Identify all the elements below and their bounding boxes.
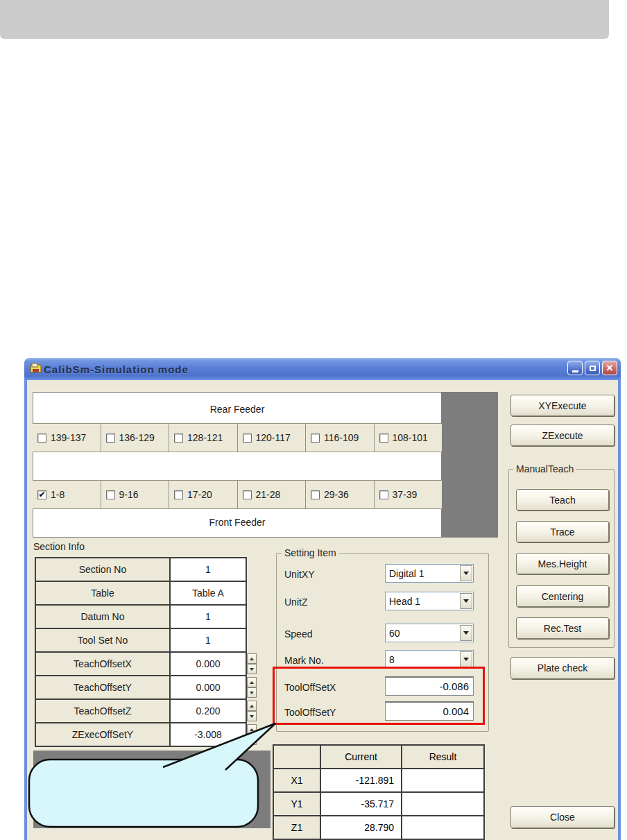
- chevron-down-icon[interactable]: [460, 625, 472, 641]
- table-row: TeachOffsetY 0.000: [36, 676, 246, 700]
- feeder-checkbox-21-28[interactable]: 21-28: [238, 481, 307, 508]
- table-row: Datum No 1: [36, 606, 246, 629]
- tool-offset-y-field[interactable]: 0.004: [385, 701, 474, 721]
- plate-check-button[interactable]: Plate check: [510, 657, 615, 679]
- checkbox-icon[interactable]: [174, 490, 183, 499]
- close-window-button[interactable]: ✕: [602, 361, 617, 375]
- checkbox-icon[interactable]: [379, 490, 388, 499]
- front-feeder-label: Front Feeder: [33, 517, 442, 528]
- table-row: Y1 -35.717: [274, 793, 483, 816]
- feeder-checkbox-1-8[interactable]: ✔ 1-8: [33, 481, 101, 508]
- table-header-row: Current Result: [274, 746, 483, 769]
- rear-feeder-checkbox-row: 139-137 136-129 128-121 120-117 116-109 …: [33, 423, 442, 452]
- mes-height-button[interactable]: Mes.Height: [516, 553, 609, 574]
- speed-label: Speed: [284, 628, 312, 640]
- corner-cell: [274, 746, 321, 768]
- checkbox-icon[interactable]: [311, 434, 320, 443]
- centering-button[interactable]: Centering: [516, 585, 609, 607]
- chevron-down-icon[interactable]: [460, 565, 472, 581]
- table-row: Z1 28.790: [274, 816, 483, 839]
- rear-feeder-label: Rear Feeder: [33, 404, 442, 415]
- maximize-button[interactable]: [585, 361, 600, 375]
- spin-down-icon[interactable]: [247, 664, 257, 674]
- spin-up-icon[interactable]: [247, 701, 257, 711]
- current-column-header: Current: [321, 746, 402, 768]
- dialog-titlebar[interactable]: CalibSm-Simulation mode: [24, 358, 621, 380]
- tool-offset-y-label: ToolOffSetY: [284, 707, 336, 718]
- close-button[interactable]: Close: [510, 806, 615, 828]
- mark-no-select[interactable]: 8: [385, 650, 474, 669]
- feeder-checkbox-136-129[interactable]: 136-129: [101, 424, 170, 452]
- checkbox-icon[interactable]: [37, 434, 46, 443]
- z-execute-button[interactable]: ZExecute: [510, 425, 615, 446]
- feeder-checkbox-9-16[interactable]: 9-16: [101, 481, 170, 508]
- xy-execute-button[interactable]: XYExecute: [510, 395, 615, 416]
- unitxy-select[interactable]: Digital 1: [385, 564, 474, 583]
- feeder-checkbox-116-109[interactable]: 116-109: [306, 424, 375, 452]
- page-header-bar: [0, 0, 609, 39]
- zexec-offset-y-spinner[interactable]: [247, 724, 257, 745]
- unitz-label: UnitZ: [284, 597, 307, 608]
- unitxy-label: UnitXY: [284, 569, 315, 580]
- table-row: ZExecOffSetY -3.008: [36, 723, 246, 746]
- rec-test-button[interactable]: Rec.Test: [516, 617, 609, 639]
- feeder-checkbox-37-39[interactable]: 37-39: [375, 481, 443, 508]
- app-icon: [30, 363, 42, 375]
- table-row: Table Table A: [36, 582, 246, 606]
- trace-button[interactable]: Trace: [516, 521, 609, 542]
- spin-up-icon[interactable]: [247, 653, 257, 664]
- feeder-checkbox-128-121[interactable]: 128-121: [169, 424, 238, 452]
- spin-up-icon[interactable]: [247, 677, 257, 687]
- minimize-icon: [572, 370, 578, 372]
- table-row: TeachOffsetZ 0.200: [36, 700, 246, 723]
- feeder-side-gray-panel: [442, 392, 498, 538]
- checkbox-icon[interactable]: [243, 434, 252, 443]
- table-row: Section No 1: [36, 558, 246, 582]
- checkbox-icon[interactable]: [174, 434, 183, 443]
- chevron-down-icon[interactable]: [460, 593, 472, 609]
- feeder-checkbox-139-137[interactable]: 139-137: [33, 424, 101, 452]
- spin-down-icon[interactable]: [247, 687, 257, 698]
- feeder-checkbox-108-101[interactable]: 108-101: [375, 424, 443, 452]
- result-column-header: Result: [402, 746, 483, 768]
- checkbox-icon[interactable]: [379, 434, 388, 443]
- minimize-button[interactable]: [567, 361, 583, 375]
- position-table: Current Result X1 -121.891 Y1 -35.717 Z1…: [273, 744, 485, 840]
- feeder-checkbox-120-117[interactable]: 120-117: [238, 424, 307, 452]
- tool-offset-x-label: ToolOffSetX: [284, 682, 336, 693]
- setting-item-group-label: Setting Item: [282, 547, 339, 558]
- checkbox-checked-icon[interactable]: ✔: [37, 490, 46, 499]
- spin-up-icon[interactable]: [247, 724, 257, 735]
- table-row: Tool Set No 1: [36, 629, 246, 653]
- chevron-down-icon[interactable]: [460, 651, 472, 667]
- table-row: TeachOffsetX 0.000: [36, 653, 246, 676]
- maximize-icon: [590, 366, 596, 371]
- dialog-title: CalibSm-Simulation mode: [44, 363, 189, 375]
- teach-offset-y-spinner[interactable]: [247, 677, 257, 698]
- section-info-title: Section Info: [33, 541, 85, 552]
- checkbox-icon[interactable]: [243, 490, 252, 499]
- teach-offset-x-spinner[interactable]: [247, 653, 257, 674]
- checkbox-icon[interactable]: [106, 490, 115, 499]
- teach-offset-y-field[interactable]: 0.000: [171, 676, 246, 698]
- unitz-select[interactable]: Head 1: [385, 592, 474, 610]
- close-icon: ✕: [606, 363, 614, 372]
- checkbox-icon[interactable]: [106, 434, 115, 443]
- section-info-table: Section No 1 Table Table A Datum No 1 To…: [35, 557, 247, 747]
- speed-select[interactable]: 60: [385, 624, 474, 642]
- table-row: X1 -121.891: [274, 769, 483, 793]
- mark-no-label: Mark No.: [284, 655, 324, 666]
- manual-teach-group-label: ManualTeach: [513, 463, 576, 474]
- spin-down-icon[interactable]: [247, 711, 257, 721]
- teach-offset-z-field[interactable]: 0.200: [171, 700, 246, 722]
- checkbox-icon[interactable]: [311, 490, 320, 499]
- front-feeder-checkbox-row: ✔ 1-8 9-16 17-20 21-28 29-36 37-39: [33, 480, 442, 509]
- feeder-checkbox-29-36[interactable]: 29-36: [306, 481, 375, 508]
- tool-offset-x-field[interactable]: -0.086: [385, 676, 474, 696]
- zexec-offset-y-field[interactable]: -3.008: [171, 723, 246, 746]
- teach-button[interactable]: Teach: [516, 489, 609, 511]
- feeder-checkbox-17-20[interactable]: 17-20: [169, 481, 238, 508]
- spin-down-icon[interactable]: [247, 735, 257, 745]
- teach-offset-z-spinner[interactable]: [247, 701, 257, 721]
- teach-offset-x-field[interactable]: 0.000: [171, 653, 246, 675]
